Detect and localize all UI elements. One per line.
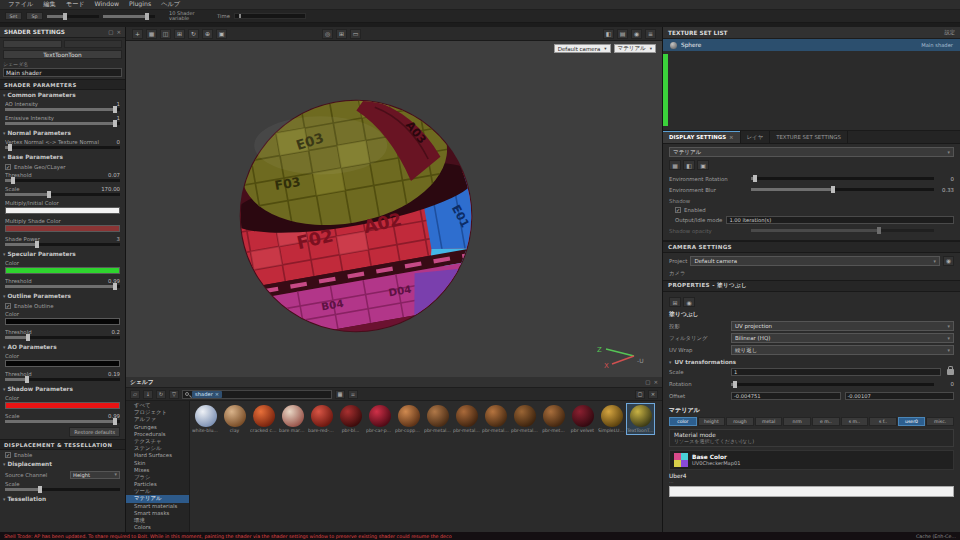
idle-mode-input[interactable]: 1.00 iteration(s) (726, 216, 954, 224)
lock-icon[interactable] (947, 369, 954, 375)
close-icon[interactable]: × (653, 379, 658, 385)
shelf-category[interactable]: Mixes (126, 467, 189, 474)
shader-select-button[interactable]: TextToonToon (3, 50, 122, 59)
fill-tool-icon[interactable]: ⊞ (669, 297, 681, 307)
channel-button[interactable]: height (698, 417, 726, 426)
param-group-header[interactable]: ▾AO Parameters (0, 342, 125, 352)
color-swatch[interactable] (5, 267, 120, 274)
camera-icon[interactable]: ◉ (631, 29, 642, 39)
viewport-3d[interactable]: E03 F03 A03 F02 A02 E01 B04 D04 Default … (126, 41, 662, 377)
shelf-category[interactable]: ツール (126, 488, 189, 495)
shelf-thumbnail[interactable]: pbr-metal-r... (453, 404, 480, 434)
shelf-category[interactable]: アルファ (126, 416, 189, 423)
render-mode-icon[interactable]: ▭ (350, 29, 361, 39)
channel-button[interactable]: nrm (783, 417, 811, 426)
param-group-header[interactable]: ▾Tessellation (0, 494, 125, 504)
menu-item[interactable]: Window (90, 0, 124, 9)
shelf-category[interactable]: Smart masks (126, 510, 189, 517)
shadow-opacity-slider[interactable] (751, 229, 934, 232)
dock-icon[interactable]: ▢ (635, 390, 645, 399)
shader-tab-left[interactable] (3, 40, 62, 48)
slider-knob[interactable] (8, 144, 12, 151)
color-swatch[interactable] (5, 225, 120, 232)
channel-button[interactable]: color (669, 417, 697, 426)
channel-button[interactable]: e m.. (812, 417, 840, 426)
shelf-thumbnail[interactable]: white-blue-... (192, 404, 219, 434)
slider-track[interactable] (5, 420, 120, 423)
checkbox-icon[interactable]: ✓ (5, 164, 11, 170)
shelf-thumbnail[interactable]: pbr-bl... (337, 404, 364, 434)
color-swatch[interactable] (5, 318, 120, 325)
checkbox-icon[interactable]: ✓ (5, 303, 11, 309)
projection-dropdown[interactable]: UV projection ▾ (731, 321, 954, 331)
slider-track[interactable] (5, 378, 120, 381)
shelf-category[interactable]: すべて (126, 402, 189, 409)
channel-button[interactable]: misc. (926, 417, 954, 426)
checkbox-icon[interactable]: ✓ (5, 452, 11, 458)
close-icon[interactable]: × (648, 390, 658, 399)
camera-options-button[interactable]: ◉ (943, 256, 954, 266)
list-view-icon[interactable]: ≡ (348, 390, 358, 399)
slider-track[interactable] (5, 122, 120, 125)
shelf-thumbnail[interactable]: TextToonToon (627, 404, 654, 434)
shader-name-input[interactable] (3, 68, 122, 77)
menu-icon[interactable]: ≡ (645, 29, 656, 39)
timeline-marker[interactable] (239, 14, 241, 18)
base-color-resource-slot[interactable]: Base Color UV0CheckerMap01 (669, 450, 954, 470)
rotate-view-icon[interactable]: ↻ (188, 29, 199, 39)
menu-item[interactable]: モード (61, 0, 90, 9)
dropdown[interactable]: Height▾ (70, 471, 120, 479)
shelf-thumbnail[interactable]: clay (221, 404, 248, 434)
shadow-enabled-checkbox[interactable]: ✓ (675, 207, 681, 213)
slider-track[interactable] (5, 146, 120, 149)
chip-close-icon[interactable]: × (215, 391, 219, 397)
shader-tab-right[interactable] (64, 40, 123, 48)
color-swatch[interactable] (5, 360, 120, 367)
shelf-category[interactable]: Hard Surfaces (126, 452, 189, 459)
menu-item[interactable]: 編集 (38, 0, 60, 9)
shelf-thumbnail[interactable]: pbr-metal-s... (511, 404, 538, 434)
viewport-layout-icon[interactable]: ⊞ (336, 29, 347, 39)
shelf-thumbnail[interactable]: pbr-copper... (395, 404, 422, 434)
shelf-thumbnail[interactable]: pbr-met... (540, 404, 567, 434)
channel-button[interactable]: rough (726, 417, 754, 426)
snap-grid-icon[interactable]: ▦ (146, 29, 157, 39)
close-icon[interactable]: × (116, 29, 121, 35)
shelf-thumbnail[interactable]: pbr-metal-c... (424, 404, 451, 434)
refresh-icon[interactable]: ↻ (156, 390, 166, 399)
mesh-view-icon[interactable]: ▣ (697, 160, 709, 170)
uv-offset-y-input[interactable]: -0.00107 (845, 392, 955, 400)
restore-defaults-button[interactable]: Restore defaults (69, 427, 120, 437)
color-swatch[interactable] (5, 207, 120, 214)
shelf-category[interactable]: テクスチャ (126, 438, 189, 445)
tab-layers[interactable]: レイヤ (741, 131, 771, 143)
shelf-thumbnail[interactable]: cracked clay (250, 404, 277, 434)
param-group-header[interactable]: ▾Normal Parameters (0, 128, 125, 138)
uv-wrap-dropdown[interactable]: 繰り返し ▾ (731, 345, 954, 355)
slider-knob[interactable] (47, 191, 51, 198)
camera-sub-tab[interactable]: カメラ (663, 269, 960, 280)
color-swatch[interactable] (5, 402, 120, 409)
symmetry-icon[interactable]: ◫ (160, 29, 171, 39)
focus-icon[interactable]: ⊕ (202, 29, 213, 39)
tab-texture-set-settings[interactable]: TEXTURE SET SETTINGS (770, 131, 848, 143)
transform-icon[interactable]: + (132, 29, 143, 39)
viewport-mode-dropdown[interactable]: マテリアル ▾ (614, 44, 656, 53)
slider-track[interactable] (5, 488, 120, 491)
filtering-dropdown[interactable]: Bilinear (HQ) ▾ (731, 333, 954, 343)
import-icon[interactable]: ↓ (143, 390, 153, 399)
shelf-category[interactable]: ステンシル (126, 445, 189, 452)
viewport-camera-dropdown[interactable]: Default camera ▾ (554, 44, 611, 53)
slider-track[interactable] (5, 108, 120, 111)
split-view-icon[interactable]: ◧ (603, 29, 614, 39)
shelf-category[interactable]: プロジェクト (126, 409, 189, 416)
slider-knob[interactable] (35, 241, 39, 248)
slider-track[interactable] (5, 336, 120, 339)
shelf-thumbnail[interactable]: bare marble (279, 404, 306, 434)
shelf-category[interactable]: Smart materials (126, 503, 189, 510)
environment-blur-slider[interactable] (751, 188, 934, 191)
uv-scale-input[interactable]: 1 (731, 368, 941, 376)
folder-icon[interactable]: ▱ (130, 390, 140, 399)
uv-rotation-slider[interactable] (731, 383, 934, 386)
param-group-header[interactable]: ▾Common Parameters (0, 90, 125, 100)
